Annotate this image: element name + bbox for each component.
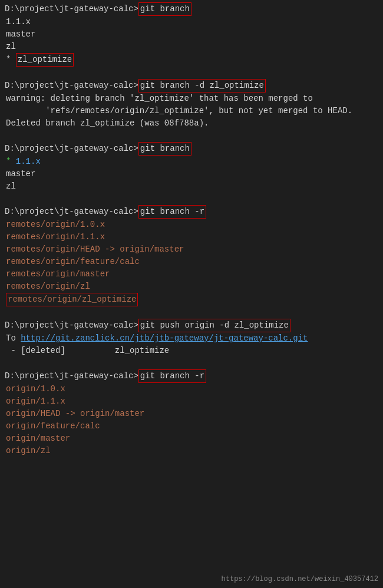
output-2-1: warning: deleting branch 'zl_optimize' t…: [5, 93, 378, 105]
output-1-3: zl: [5, 41, 378, 53]
output-4-1: remotes/origin/1.0.x: [5, 219, 378, 231]
spacer-5: [5, 357, 378, 369]
repo-link: http://git.zanclick.cn/jtb/jtb-gateway/j…: [21, 333, 308, 343]
output-6-5: origin/master: [5, 432, 378, 445]
command-3: git branch: [138, 142, 192, 156]
output-2-2: 'refs/remotes/origin/zl_optimize', but n…: [5, 105, 378, 117]
command-4: git branch -r: [138, 205, 206, 219]
prompt-path-4: D:\project\jt-gateway-calc>: [5, 206, 138, 218]
output-2-3: Deleted branch zl_optimize (was 08f788a)…: [5, 117, 378, 130]
output-4-5: remotes/origin/master: [5, 268, 378, 280]
output-4-7: remotes/origin/zl_optimize: [5, 293, 378, 306]
output-4-6: remotes/origin/zl: [5, 280, 378, 293]
output-6-1: origin/1.0.x: [5, 383, 378, 395]
output-1-1: 1.1.x: [5, 16, 378, 28]
prompt-line-6: D:\project\jt-gateway-calc>git branch -r: [5, 369, 378, 383]
output-6-4: origin/feature/calc: [5, 420, 378, 432]
zl-optimize-starred: zl_optimize: [16, 53, 74, 67]
remote-zl-optimize: remotes/origin/zl_optimize: [6, 293, 138, 306]
prompt-path-6: D:\project\jt-gateway-calc>: [5, 370, 138, 382]
command-5: git push origin -d zl_optimize: [138, 319, 290, 332]
star-1: *: [6, 157, 16, 166]
output-3-2: master: [5, 168, 378, 180]
output-4-4: remotes/origin/feature/calc: [5, 256, 378, 268]
output-1-2: master: [5, 28, 378, 41]
watermark: https://blog.csdn.net/weixin_40357412: [222, 575, 378, 583]
spacer-3: [5, 193, 378, 205]
command-2: git branch -d zl_optimize: [138, 79, 266, 93]
prompt-path-3: D:\project\jt-gateway-calc>: [5, 143, 138, 155]
output-4-3: remotes/origin/HEAD -> origin/master: [5, 243, 378, 256]
output-4-2: remotes/origin/1.1.x: [5, 231, 378, 243]
prompt-line-5: D:\project\jt-gateway-calc>git push orig…: [5, 319, 378, 332]
branch-1-1x: 1.1.x: [16, 157, 41, 166]
output-3-3: zl: [5, 180, 378, 193]
prompt-line-2: D:\project\jt-gateway-calc>git branch -d…: [5, 79, 378, 93]
command-1: git branch: [138, 2, 192, 16]
prompt-path-2: D:\project\jt-gateway-calc>: [5, 80, 138, 92]
spacer-2: [5, 130, 378, 142]
command-6: git branch -r: [138, 369, 206, 383]
spacer-4: [5, 306, 378, 319]
terminal: D:\project\jt-gateway-calc>git branch 1.…: [0, 0, 383, 460]
output-6-2: origin/1.1.x: [5, 395, 378, 408]
prompt-path-1: D:\project\jt-gateway-calc>: [5, 3, 138, 15]
output-3-1: * 1.1.x: [5, 156, 378, 168]
prompt-line-1: D:\project\jt-gateway-calc>git branch: [5, 2, 378, 16]
spacer-1: [5, 67, 378, 79]
prompt-line-3: D:\project\jt-gateway-calc>git branch: [5, 142, 378, 156]
output-5-2: - [deleted] zl_optimize: [5, 345, 378, 357]
prompt-line-4: D:\project\jt-gateway-calc>git branch -r: [5, 205, 378, 219]
output-1-4: * zl_optimize: [5, 53, 378, 67]
output-6-3: origin/HEAD -> origin/master: [5, 408, 378, 420]
prompt-path-5: D:\project\jt-gateway-calc>: [5, 319, 138, 332]
output-5-1: To http://git.zanclick.cn/jtb/jtb-gatewa…: [5, 332, 378, 345]
output-6-6: origin/zl: [5, 445, 378, 457]
